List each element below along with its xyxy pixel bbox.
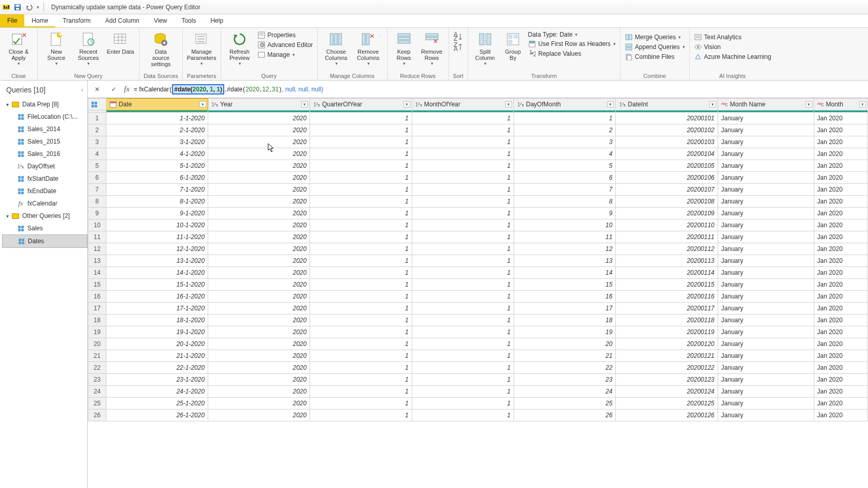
row-number[interactable]: 21 — [88, 350, 106, 362]
enter-data-button[interactable]: Enter Data — [106, 30, 135, 55]
cell[interactable]: 2020 — [208, 160, 310, 172]
cell[interactable]: January — [718, 136, 814, 148]
cell[interactable]: 1 — [412, 338, 514, 350]
cell[interactable]: 20200124 — [616, 386, 718, 398]
cell[interactable]: 5-1-2020 — [106, 160, 208, 172]
cell[interactable]: 1 — [412, 124, 514, 136]
cell[interactable]: 4 — [514, 148, 616, 160]
cell[interactable]: 1 — [310, 219, 412, 231]
cell[interactable]: 1 — [412, 184, 514, 196]
cell[interactable]: 17 — [514, 303, 616, 314]
query-item[interactable]: fxStartDate — [2, 172, 87, 185]
cell[interactable]: Jan 2020 — [814, 148, 868, 160]
cell[interactable]: January — [718, 255, 814, 267]
cell[interactable]: Jan 2020 — [814, 291, 868, 303]
cell[interactable]: Jan 2020 — [814, 374, 868, 386]
table-row[interactable]: 1010-1-20202020111020200110JanuaryJan 20… — [88, 219, 868, 231]
cell[interactable]: 1 — [412, 113, 514, 124]
cell[interactable]: 2020 — [208, 350, 310, 362]
query-item[interactable]: Dates — [2, 234, 87, 248]
cell[interactable]: 6 — [514, 172, 616, 184]
row-number[interactable]: 19 — [88, 326, 106, 338]
tab-file[interactable]: File — [0, 14, 24, 27]
table-row[interactable]: 2020-1-20202020112020200120JanuaryJan 20… — [88, 338, 868, 350]
cell[interactable]: Jan 2020 — [814, 113, 868, 124]
cell[interactable]: 2020 — [208, 208, 310, 219]
cell[interactable]: 20200112 — [616, 243, 718, 255]
row-number[interactable]: 24 — [88, 386, 106, 398]
query-item[interactable]: Sales_2015 — [2, 135, 87, 148]
table-row[interactable]: 11-1-2020202011120200101JanuaryJan 2020 — [88, 113, 868, 124]
row-number[interactable]: 4 — [88, 148, 106, 160]
cell[interactable]: 13 — [514, 255, 616, 267]
cell[interactable]: 2020 — [208, 338, 310, 350]
cell[interactable]: 20200119 — [616, 326, 718, 338]
cell[interactable]: 2020 — [208, 113, 310, 124]
cell[interactable]: 1 — [310, 398, 412, 410]
table-row[interactable]: 1818-1-20202020111820200118JanuaryJan 20… — [88, 314, 868, 326]
cell[interactable]: Jan 2020 — [814, 410, 868, 421]
cell[interactable]: Jan 2020 — [814, 267, 868, 279]
table-row[interactable]: 1313-1-20202020111320200113JanuaryJan 20… — [88, 255, 868, 267]
cell[interactable]: January — [718, 374, 814, 386]
cell[interactable]: January — [718, 386, 814, 398]
cell[interactable]: 1 — [412, 374, 514, 386]
cell[interactable]: 13-1-2020 — [106, 255, 208, 267]
row-number[interactable]: 16 — [88, 291, 106, 303]
cell[interactable]: 20200104 — [616, 148, 718, 160]
cell[interactable]: 10-1-2020 — [106, 219, 208, 231]
cell[interactable]: Jan 2020 — [814, 243, 868, 255]
cell[interactable]: 20200105 — [616, 160, 718, 172]
data-grid[interactable]: Date▾1²₃Year▾1²₃QuarterOfYear▾1²₃MonthOf… — [88, 98, 868, 421]
cell[interactable]: 20200103 — [616, 136, 718, 148]
row-number[interactable]: 7 — [88, 184, 106, 196]
cell[interactable]: 1 — [412, 303, 514, 314]
cell[interactable]: 11-1-2020 — [106, 231, 208, 243]
cell[interactable]: 20200111 — [616, 231, 718, 243]
row-number[interactable]: 9 — [88, 208, 106, 219]
cell[interactable]: 2020 — [208, 243, 310, 255]
cell[interactable]: 2020 — [208, 136, 310, 148]
remove-columns-button[interactable]: ✕ Remove Columns▾ — [354, 30, 383, 66]
cell[interactable]: January — [718, 160, 814, 172]
cell[interactable]: 20200102 — [616, 124, 718, 136]
row-number[interactable]: 15 — [88, 279, 106, 291]
manage-parameters-button[interactable]: Manage Parameters▾ — [187, 30, 216, 66]
cell[interactable]: 1 — [412, 410, 514, 421]
query-group-other[interactable]: ▾Other Queries [2] — [2, 210, 87, 222]
cell[interactable]: 1 — [310, 184, 412, 196]
cell[interactable]: 20200114 — [616, 267, 718, 279]
cell[interactable]: 2020 — [208, 267, 310, 279]
sort-asc-button[interactable]: AZ — [453, 32, 463, 41]
cell[interactable]: 15 — [514, 279, 616, 291]
formula-input[interactable]: = fxCalendar ( #date(2020, 1, 1) , #date… — [134, 84, 865, 95]
cell[interactable]: 22 — [514, 362, 616, 374]
query-item[interactable]: Sales_2014 — [2, 123, 87, 135]
cell[interactable]: 20200122 — [616, 362, 718, 374]
cell[interactable]: 9 — [514, 208, 616, 219]
remove-rows-button[interactable]: ✕ Remove Rows▾ — [420, 30, 444, 66]
vision-button[interactable]: Vision — [694, 43, 771, 51]
table-row[interactable]: 44-1-2020202011420200104JanuaryJan 2020 — [88, 148, 868, 160]
tab-add-column[interactable]: Add Column — [98, 14, 147, 27]
cell[interactable]: 8 — [514, 196, 616, 208]
cell[interactable]: January — [718, 124, 814, 136]
row-number[interactable]: 13 — [88, 255, 106, 267]
cell[interactable]: 1 — [310, 172, 412, 184]
table-row[interactable]: 2222-1-20202020112220200122JanuaryJan 20… — [88, 362, 868, 374]
cell[interactable]: Jan 2020 — [814, 350, 868, 362]
cell[interactable]: 1 — [310, 291, 412, 303]
cell[interactable]: 1 — [310, 362, 412, 374]
cell[interactable]: 6-1-2020 — [106, 172, 208, 184]
cell[interactable]: 20200125 — [616, 398, 718, 410]
cell[interactable]: Jan 2020 — [814, 196, 868, 208]
cell[interactable]: 1 — [412, 326, 514, 338]
collapse-pane-icon[interactable]: ‹ — [81, 86, 83, 93]
cell[interactable]: 16-1-2020 — [106, 291, 208, 303]
cell[interactable]: 20200126 — [616, 410, 718, 421]
manage-button[interactable]: Manage▾ — [257, 51, 313, 59]
cell[interactable]: 1 — [310, 350, 412, 362]
cell[interactable]: 8-1-2020 — [106, 196, 208, 208]
cell[interactable]: January — [718, 303, 814, 314]
row-number[interactable]: 10 — [88, 219, 106, 231]
